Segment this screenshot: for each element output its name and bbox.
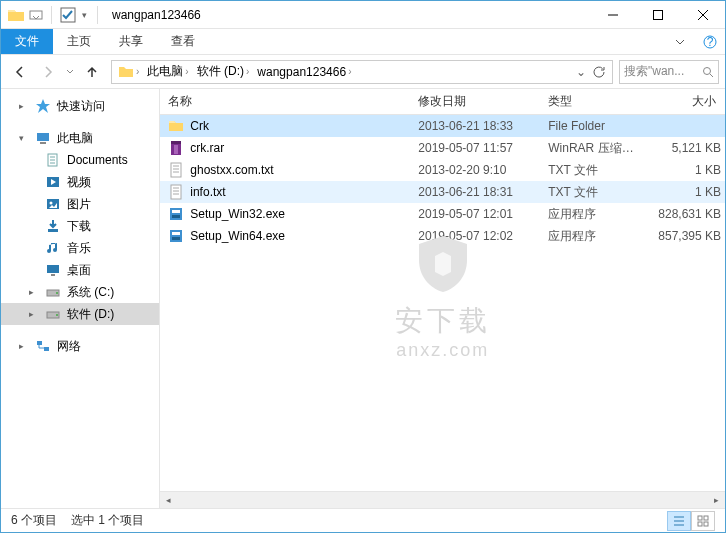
up-button[interactable]: [79, 59, 105, 85]
svg-rect-13: [47, 265, 59, 273]
sidebar-this-pc[interactable]: ▾ 此电脑: [1, 127, 159, 149]
watermark-text-2: anxz.com: [395, 340, 491, 361]
chevron-right-icon[interactable]: ›: [136, 66, 139, 77]
checkbox-icon[interactable]: [60, 7, 76, 23]
crumb-folder[interactable]: wangpan123466›: [253, 65, 355, 79]
expand-icon[interactable]: ▸: [29, 287, 39, 297]
crumb-drive[interactable]: 软件 (D:)›: [193, 63, 254, 80]
address-dropdown-icon[interactable]: ⌄: [576, 65, 586, 79]
tab-view[interactable]: 查看: [157, 29, 209, 54]
file-row[interactable]: Setup_Win32.exe2019-05-07 12:01应用程序828,6…: [160, 203, 725, 225]
file-row[interactable]: ghostxx.com.txt2013-02-20 9:10TXT 文件1 KB: [160, 159, 725, 181]
horizontal-scrollbar[interactable]: ◂ ▸: [160, 491, 725, 508]
crumb-root[interactable]: ›: [114, 64, 143, 80]
file-date: 2013-06-21 18:31: [410, 185, 540, 199]
sidebar-pictures[interactable]: 图片: [1, 193, 159, 215]
sidebar-label: 快速访问: [57, 98, 105, 115]
file-pane: 名称 修改日期 类型 大小 安下载 anxz.com Crk2013-06-21…: [160, 89, 725, 508]
sidebar-downloads[interactable]: 下载: [1, 215, 159, 237]
file-type: TXT 文件: [540, 184, 650, 201]
sidebar-drive-d[interactable]: ▸软件 (D:): [1, 303, 159, 325]
file-name: info.txt: [190, 185, 225, 199]
sidebar-label: 视频: [67, 174, 91, 191]
divider: [97, 6, 98, 24]
qat-dropdown-icon[interactable]: ▾: [80, 10, 89, 20]
svg-rect-34: [698, 522, 702, 526]
close-button[interactable]: [680, 1, 725, 29]
file-tab[interactable]: 文件: [1, 29, 53, 54]
svg-rect-32: [698, 516, 702, 520]
file-date: 2019-05-07 12:01: [410, 207, 540, 221]
sidebar-documents[interactable]: Documents: [1, 149, 159, 171]
file-type: 应用程序: [540, 228, 650, 245]
forward-button[interactable]: [35, 59, 61, 85]
drive-icon: [45, 284, 61, 300]
column-size[interactable]: 大小: [650, 89, 725, 114]
svg-rect-31: [172, 237, 180, 240]
sidebar-quick-access[interactable]: ▸ 快速访问: [1, 95, 159, 117]
file-type: WinRAR 压缩文件: [540, 140, 650, 157]
address-bar[interactable]: › 此电脑› 软件 (D:)› wangpan123466› ⌄: [111, 60, 613, 84]
scroll-right-button[interactable]: ▸: [708, 492, 725, 509]
details-view-button[interactable]: [667, 511, 691, 531]
collapse-icon[interactable]: ▾: [19, 133, 29, 143]
watermark-text-1: 安下载: [395, 302, 491, 340]
documents-icon: [45, 152, 61, 168]
txt-icon: [168, 184, 184, 200]
crumb-thispc[interactable]: 此电脑›: [143, 63, 192, 80]
sidebar-label: 下载: [67, 218, 91, 235]
expand-icon[interactable]: ▸: [19, 341, 29, 351]
sidebar-videos[interactable]: 视频: [1, 171, 159, 193]
column-date[interactable]: 修改日期: [410, 89, 540, 114]
crumb-label: 软件 (D:): [197, 63, 244, 80]
sidebar-label: Documents: [67, 153, 128, 167]
chevron-right-icon[interactable]: ›: [348, 66, 351, 77]
exe-icon: [168, 228, 184, 244]
chevron-right-icon[interactable]: ›: [246, 66, 249, 77]
video-icon: [45, 174, 61, 190]
file-row[interactable]: info.txt2013-06-21 18:31TXT 文件1 KB: [160, 181, 725, 203]
file-row[interactable]: Setup_Win64.exe2019-05-07 12:02应用程序857,3…: [160, 225, 725, 247]
sidebar-drive-c[interactable]: ▸系统 (C:): [1, 281, 159, 303]
folder-icon: [7, 7, 25, 23]
file-row[interactable]: crk.rar2019-05-07 11:57WinRAR 压缩文件5,121 …: [160, 137, 725, 159]
file-list[interactable]: 安下载 anxz.com Crk2013-06-21 18:33File Fol…: [160, 115, 725, 491]
icons-view-button[interactable]: [691, 511, 715, 531]
sidebar-desktop[interactable]: 桌面: [1, 259, 159, 281]
watermark: 安下载 anxz.com: [395, 232, 491, 361]
expand-ribbon-button[interactable]: [665, 29, 695, 54]
refresh-button[interactable]: [592, 65, 606, 79]
column-name[interactable]: 名称: [160, 89, 410, 114]
maximize-button[interactable]: [635, 1, 680, 29]
app-menu-dropdown-icon[interactable]: [29, 7, 43, 23]
txt-icon: [168, 162, 184, 178]
search-input[interactable]: 搜索"wan...: [619, 60, 719, 84]
back-button[interactable]: [7, 59, 33, 85]
svg-rect-28: [172, 215, 180, 218]
svg-rect-26: [170, 208, 182, 220]
tab-home[interactable]: 主页: [53, 29, 105, 54]
drive-icon: [45, 306, 61, 322]
expand-icon[interactable]: ▸: [29, 309, 39, 319]
search-icon: [702, 66, 714, 78]
navigation-bar: › 此电脑› 软件 (D:)› wangpan123466› ⌄ 搜索"wan.…: [1, 55, 725, 89]
svg-rect-23: [174, 145, 178, 154]
tab-share[interactable]: 共享: [105, 29, 157, 54]
navigation-pane: ▸ 快速访问 ▾ 此电脑 Documents 视频 图片 下载 音乐 桌面 ▸系…: [1, 89, 160, 508]
chevron-right-icon[interactable]: ›: [185, 66, 188, 77]
sidebar-network[interactable]: ▸ 网络: [1, 335, 159, 357]
svg-rect-12: [48, 229, 58, 232]
pc-icon: [35, 130, 51, 146]
file-size: 828,631 KB: [650, 207, 725, 221]
scroll-left-button[interactable]: ◂: [160, 492, 177, 509]
file-name: Crk: [190, 119, 209, 133]
column-type[interactable]: 类型: [540, 89, 650, 114]
recent-dropdown-icon[interactable]: [63, 59, 77, 85]
file-row[interactable]: Crk2013-06-21 18:33File Folder: [160, 115, 725, 137]
sidebar-music[interactable]: 音乐: [1, 237, 159, 259]
expand-icon[interactable]: ▸: [19, 101, 29, 111]
help-button[interactable]: ?: [695, 29, 725, 54]
minimize-button[interactable]: [590, 1, 635, 29]
file-type: 应用程序: [540, 206, 650, 223]
svg-rect-30: [172, 232, 180, 235]
